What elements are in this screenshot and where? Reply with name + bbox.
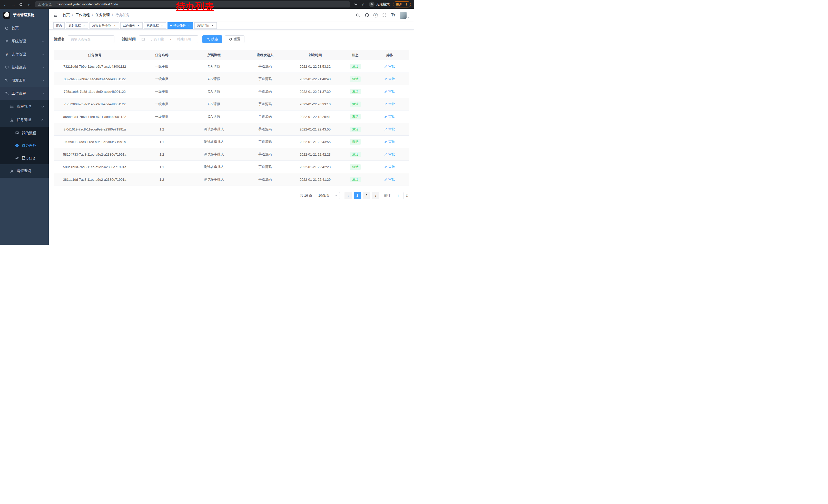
active-dot-icon xyxy=(170,25,172,27)
table-row: 725a1eb6-7b88-11ec-8ef0-acde48001122 一级审… xyxy=(54,85,409,98)
gear-icon xyxy=(5,39,9,43)
col-process: 所属流程 xyxy=(188,53,240,57)
search-icon[interactable] xyxy=(356,13,360,17)
goto-page-input[interactable] xyxy=(393,192,404,199)
approve-link[interactable]: 审批 xyxy=(384,139,395,144)
approve-link[interactable]: 审批 xyxy=(384,152,395,156)
breadcrumb-todo-tasks: 待办任务 xyxy=(115,13,130,17)
sidebar-item-payment[interactable]: ¥ 支付管理 xyxy=(0,48,49,61)
cell-task-id: 75d72608-7b7f-11ec-a3c8-acde48001122 xyxy=(54,102,135,106)
next-page-button[interactable]: › xyxy=(372,192,379,199)
chevron-down-icon xyxy=(42,65,44,68)
cell-task-name: 一级审批 xyxy=(135,77,188,81)
fullscreen-icon[interactable] xyxy=(382,13,386,17)
cell-task-id: 8f059c03-7ac8-11ec-a9e2-a2380e71991a xyxy=(54,140,135,144)
cell-action: 审批 xyxy=(370,77,409,81)
tab-process-detail[interactable]: 流程详情× xyxy=(195,22,217,29)
tab-done-tasks[interactable]: 已办任务× xyxy=(120,22,142,29)
page-content: 流程名 创建时间 开始日期 - 结束日期 搜索 xyxy=(49,30,414,245)
edit-icon xyxy=(384,102,387,106)
avatar[interactable] xyxy=(400,12,407,19)
update-button[interactable]: 更新 ⋮ xyxy=(393,1,411,7)
help-icon[interactable]: ? xyxy=(373,13,378,17)
password-key-icon[interactable] xyxy=(354,2,358,6)
sidebar-item-home[interactable]: 首页 xyxy=(0,21,49,35)
status-badge: 激活 xyxy=(350,114,361,120)
approve-link[interactable]: 审批 xyxy=(384,165,395,169)
page-button-1[interactable]: 1 xyxy=(354,192,361,199)
hamburger-icon[interactable] xyxy=(53,13,58,17)
sidebar-item-label: 已办任务 xyxy=(22,156,44,161)
browser-chrome: ← → ⌂ ⚠ 不安全 dashboard.yudao.iocoder.cn/b… xyxy=(0,0,414,9)
cell-action: 审批 xyxy=(370,177,409,182)
prev-page-button[interactable]: ‹ xyxy=(344,192,352,199)
reset-button[interactable]: 重置 xyxy=(225,35,244,43)
sidebar-item-infrastructure[interactable]: 基础设施 xyxy=(0,61,49,74)
process-name-input[interactable] xyxy=(68,35,114,43)
close-icon[interactable]: × xyxy=(82,24,86,27)
main-area: 首页 工作流程 任务管理 待办任务 ? TT xyxy=(49,9,414,245)
close-icon[interactable]: × xyxy=(187,24,191,27)
tab-bar: 首页 发起流程× 流程表单-编辑× 已办任务× 我的流程× 待办任务× 流程详情… xyxy=(49,21,414,30)
breadcrumb-home[interactable]: 首页 xyxy=(63,13,75,17)
sidebar-item-done-tasks[interactable]: 已办任务 xyxy=(0,152,49,164)
cell-action: 审批 xyxy=(370,139,409,144)
sidebar-item-workflow[interactable]: 工作流程 xyxy=(0,87,49,100)
sidebar-item-leave-query[interactable]: 请假查询 xyxy=(0,164,49,178)
page-button-2[interactable]: 2 xyxy=(363,192,370,199)
browser-forward-button[interactable]: → xyxy=(11,2,16,7)
approve-link[interactable]: 审批 xyxy=(384,77,395,81)
approve-link[interactable]: 审批 xyxy=(384,127,395,132)
sidebar-item-todo-tasks[interactable]: 待办任务 xyxy=(0,139,49,152)
browser-reload-button[interactable] xyxy=(19,3,24,6)
security-indicator[interactable]: ⚠ 不安全 xyxy=(38,2,52,7)
sidebar-item-dev-tools[interactable]: 研发工具 xyxy=(0,74,49,87)
user-menu[interactable] xyxy=(400,12,409,19)
tab-todo-tasks[interactable]: 待办任务× xyxy=(167,22,193,29)
caret-down-icon xyxy=(335,195,337,196)
close-icon[interactable]: × xyxy=(160,24,164,27)
approve-link[interactable]: 审批 xyxy=(384,64,395,69)
chevron-down-icon xyxy=(42,79,44,81)
breadcrumb-workflow[interactable]: 工作流程 xyxy=(75,13,95,17)
sidebar-item-task-management[interactable]: 任务管理 xyxy=(0,113,49,127)
font-size-icon[interactable]: TT xyxy=(391,12,395,18)
sidebar-item-label: 任务管理 xyxy=(17,118,39,122)
tab-form-edit[interactable]: 流程表单-编辑× xyxy=(89,22,119,29)
sidebar-item-process-management[interactable]: 流程管理 xyxy=(0,100,49,113)
page-size-select[interactable]: 10条/页 xyxy=(316,192,340,199)
pagination: 共 16 条 10条/页 ‹ 1 2 › 前往 页 xyxy=(54,192,409,199)
tab-start-process[interactable]: 发起流程× xyxy=(66,22,88,29)
cell-task-id: 8f0d1619-7ac8-11ec-a9e2-a2380e71991a xyxy=(54,127,135,131)
github-icon[interactable] xyxy=(365,13,369,17)
cell-process: OA 请假 xyxy=(188,102,240,106)
start-date-placeholder[interactable]: 开始日期 xyxy=(146,37,169,42)
address-bar[interactable]: ⚠ 不安全 dashboard.yudao.iocoder.cn/bpm/tas… xyxy=(35,1,350,7)
sidebar-item-my-processes[interactable]: 我的流程 xyxy=(0,127,49,139)
browser-home-button[interactable]: ⌂ xyxy=(27,2,32,7)
table-row: 73211d9d-7b9b-11ec-b5b7-acde48001122 一级审… xyxy=(54,60,409,73)
close-icon[interactable]: × xyxy=(211,24,214,27)
tab-home[interactable]: 首页 xyxy=(53,22,65,29)
search-button[interactable]: 搜索 xyxy=(202,35,222,43)
cell-process: OA 请假 xyxy=(188,64,240,69)
date-range-picker[interactable]: 开始日期 - 结束日期 xyxy=(139,35,198,43)
approve-link[interactable]: 审批 xyxy=(384,114,395,119)
breadcrumb-task-management[interactable]: 任务管理 xyxy=(95,13,115,17)
sidebar-item-system[interactable]: 系统管理 xyxy=(0,35,49,48)
approve-link[interactable]: 审批 xyxy=(384,102,395,106)
edit-icon xyxy=(384,165,387,169)
url-text: dashboard.yudao.iocoder.cn/bpm/task/todo xyxy=(57,3,118,6)
browser-back-button[interactable]: ← xyxy=(3,2,8,7)
tab-my-processes[interactable]: 我的流程× xyxy=(144,22,166,29)
end-date-placeholder[interactable]: 结束日期 xyxy=(172,37,196,42)
close-icon[interactable]: × xyxy=(113,24,117,27)
approve-link[interactable]: 审批 xyxy=(384,177,395,182)
app-logo[interactable]: 芋道管理系统 xyxy=(0,9,49,21)
user-icon xyxy=(10,169,14,173)
bookmark-star-icon[interactable]: ☆ xyxy=(361,2,366,7)
close-icon[interactable]: × xyxy=(137,24,140,27)
approve-link[interactable]: 审批 xyxy=(384,89,395,94)
browser-menu-icon[interactable]: ⋮ xyxy=(405,3,408,6)
cell-status: 激活 xyxy=(340,177,370,182)
